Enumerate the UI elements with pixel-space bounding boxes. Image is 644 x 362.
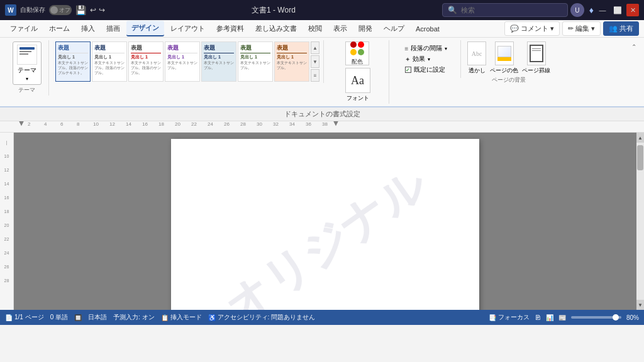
color-button[interactable]: 配色 — [345, 41, 369, 65]
set-default-option[interactable]: ✓ 既定に設定 — [405, 65, 448, 74]
font-button[interactable]: Aa フォント — [345, 68, 370, 102]
scroll-up-button[interactable]: ▲ — [636, 133, 644, 143]
minimize-button[interactable]: — — [596, 4, 609, 16]
menu-view[interactable]: 表示 — [328, 21, 352, 36]
menu-draw[interactable]: 描画 — [101, 21, 125, 36]
autosave-state: オフ — [59, 6, 70, 14]
ruler-num-38: 38 — [322, 121, 328, 127]
zoom-level-text: 80% — [626, 314, 639, 321]
page-color-button[interactable]: ページの色 — [490, 41, 518, 75]
style-6-body: 本文テキストサンプル。 — [277, 61, 307, 71]
view-normal-button[interactable]: 🖹 — [535, 314, 541, 321]
ruler-left-marker[interactable] — [19, 121, 24, 126]
menu-layout[interactable]: レイアウト — [165, 21, 210, 36]
ribbon: テーマ ▾ テーマ 表題 見出し 1 本文テキストサンプル。段落のサンプルテキス… — [0, 38, 644, 107]
undo-button[interactable]: ↩ — [90, 6, 96, 14]
title-bar: W 自動保存 オフ 💾 ↩ ↪ 文書1 - Word 🔍 U ♦ — ⬜ ✕ — [0, 0, 644, 20]
restore-button[interactable]: ⬜ — [611, 4, 624, 16]
autosave-toggle[interactable]: オフ — [49, 5, 72, 15]
scrollbar: ▲ ▼ — [636, 133, 644, 310]
menu-design[interactable]: デザイン — [126, 21, 164, 36]
language-status[interactable]: 日本語 — [88, 313, 107, 322]
vruler-16: 16 — [4, 190, 9, 204]
theme-preview-line2 — [19, 53, 28, 55]
view-web-button[interactable]: 📊 — [546, 314, 553, 321]
theme-button[interactable]: テーマ ▾ — [13, 41, 42, 85]
doc-page[interactable]: オリジナル — [171, 139, 479, 310]
redo-button[interactable]: ↪ — [99, 6, 105, 14]
view-read-button[interactable]: 📰 — [558, 314, 566, 321]
scroll-track[interactable] — [637, 143, 643, 300]
effects-option[interactable]: ✦ 効果 ▾ — [405, 55, 448, 63]
watermark-label: 透かし — [469, 67, 486, 75]
gallery-up-button[interactable]: ▲ — [311, 41, 319, 54]
insert-mode-status[interactable]: 📋 挿入モード — [161, 313, 202, 322]
ruler-right-marker[interactable] — [333, 121, 338, 126]
style-thumb-4[interactable]: 表題 見出し 1 本文テキストサンプル。 — [201, 41, 236, 82]
style-3-line — [167, 53, 197, 53]
style-2-body: 本文テキストサンプル。段落のサンプル。 — [131, 61, 161, 75]
menu-acrobat[interactable]: Acrobat — [411, 23, 445, 35]
focus-button[interactable]: 📑 フォーカス — [489, 313, 530, 322]
page-info[interactable]: 📄 1/1 ページ — [5, 313, 44, 322]
close-button[interactable]: ✕ — [626, 4, 639, 16]
menu-developer[interactable]: 開発 — [353, 21, 377, 36]
view-web-icon: 📊 — [546, 314, 553, 321]
style-thumb-6[interactable]: 表題 見出し 1 本文テキストサンプル。 — [274, 41, 309, 82]
share-button[interactable]: 👥 共有 — [603, 21, 639, 36]
save-button[interactable]: 💾 — [75, 5, 86, 15]
style-thumb-3[interactable]: 表題 見出し 1 本文テキストサンプル。 — [165, 41, 200, 82]
vruler-22: 22 — [4, 232, 9, 246]
accessibility-text: アクセシビリティ: 問題ありません — [218, 313, 316, 322]
watermark-button[interactable]: Abc 透かし — [467, 41, 486, 75]
zoom-level[interactable]: 80% — [626, 314, 639, 321]
ruler-num-16: 16 — [142, 121, 148, 127]
scroll-thumb[interactable] — [637, 145, 643, 170]
user-avatar[interactable]: U — [570, 3, 584, 17]
ruler-track: 2 4 6 8 10 12 14 16 18 20 22 24 26 28 30… — [19, 121, 396, 133]
color-label-inner: 配色 — [352, 58, 363, 66]
scroll-down-button[interactable]: ▼ — [636, 300, 644, 310]
comment-button[interactable]: 💬 コメント ▾ — [504, 21, 560, 36]
style-1-title: 表題 — [94, 44, 125, 52]
gallery-down-button[interactable]: ▼ — [311, 55, 319, 68]
ruler-num-12: 12 — [109, 121, 115, 127]
menu-file[interactable]: ファイル — [5, 21, 43, 36]
zoom-slider[interactable] — [571, 316, 621, 319]
word-count[interactable]: 0 単語 — [50, 313, 68, 322]
ruler-num-22: 22 — [191, 121, 197, 127]
vruler-10: 10 — [4, 149, 9, 163]
menu-insert[interactable]: 挿入 — [76, 21, 100, 36]
zoom-thumb[interactable] — [613, 314, 619, 321]
menu-review[interactable]: 校閲 — [303, 21, 327, 36]
page-border-button[interactable]: ページ罫線 — [522, 41, 550, 75]
edit-button[interactable]: ✏ 編集 ▾ — [562, 21, 601, 36]
track-changes-icon[interactable]: 🔲 — [74, 314, 82, 321]
menu-references[interactable]: 参考資料 — [211, 21, 249, 36]
vertical-ruler: | 10 12 14 16 18 20 22 24 26 28 — [0, 133, 14, 310]
prediction-status[interactable]: 予測入力: オン — [113, 313, 155, 322]
paragraph-spacing-icon: ≡ — [405, 45, 409, 52]
style-gallery: 表題 見出し 1 本文テキストサンプル。段落のサンプルテキスト。 表題 見出し … — [55, 41, 309, 82]
style-6-title: 表題 — [277, 44, 307, 52]
main-area: | 10 12 14 16 18 20 22 24 26 28 オリジナル ▲ … — [0, 133, 644, 310]
style-thumb-0[interactable]: 表題 見出し 1 本文テキストサンプル。段落のサンプルテキスト。 — [55, 41, 91, 82]
menu-home[interactable]: ホーム — [44, 21, 75, 36]
menu-mailings[interactable]: 差し込み文書 — [250, 21, 302, 36]
ruler-num-34: 34 — [289, 121, 295, 127]
style-1-line — [94, 53, 125, 53]
undo-redo-group: ↩ ↪ — [90, 6, 105, 14]
menu-help[interactable]: ヘルプ — [379, 21, 409, 36]
ribbon-collapse-button[interactable]: ⌃ — [629, 40, 639, 53]
paragraph-spacing-option[interactable]: ≡ 段落の間隔 ▾ — [405, 44, 448, 53]
style-6-subtitle: 見出し 1 — [277, 54, 307, 60]
style-thumb-5[interactable]: 表題 見出し 1 本文テキストサンプル。 — [238, 41, 273, 82]
ruler-num-4: 4 — [44, 121, 47, 127]
accessibility-status[interactable]: ♿ アクセシビリティ: 問題ありません — [208, 313, 316, 322]
search-box[interactable]: 🔍 — [442, 3, 568, 17]
style-thumb-2[interactable]: 表題 見出し 1 本文テキストサンプル。段落のサンプル。 — [128, 41, 164, 82]
style-thumb-1[interactable]: 表題 見出し 1 本文テキストサンプル。段落のサンプル。 — [92, 41, 127, 82]
search-input[interactable] — [461, 6, 555, 14]
doc-canvas[interactable]: オリジナル — [14, 133, 636, 310]
gallery-more-button[interactable]: ≡ — [311, 69, 319, 82]
